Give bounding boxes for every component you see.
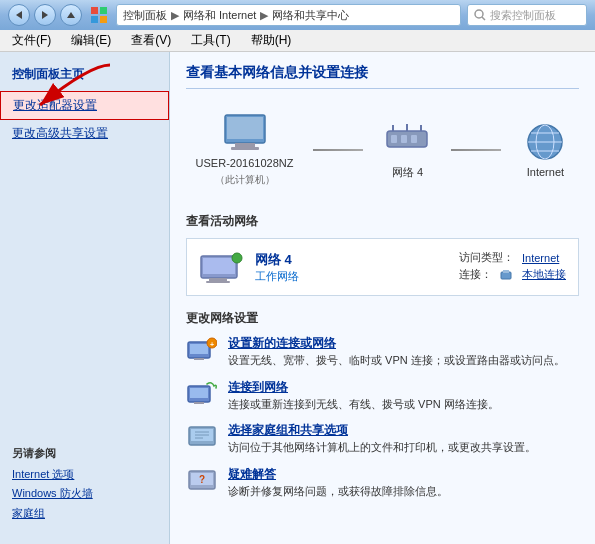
- access-value: Internet: [522, 252, 559, 264]
- router-icon: [383, 121, 431, 161]
- connection-row: 连接： 本地连接: [459, 267, 566, 282]
- change-item-4-icon: ?: [186, 466, 218, 494]
- sidebar-home-link[interactable]: 控制面板主页: [0, 62, 169, 91]
- sidebar: 控制面板主页 更改适配器设置 更改高级共享设置 另请参阅 Internet 选项…: [0, 52, 170, 544]
- menu-file[interactable]: 文件(F): [8, 30, 55, 51]
- svg-rect-4: [100, 7, 107, 14]
- menu-view[interactable]: 查看(V): [127, 30, 175, 51]
- menu-bar: 文件(F) 编辑(E) 查看(V) 工具(T) 帮助(H): [0, 30, 595, 52]
- net-line-2: [451, 149, 501, 151]
- change-item-4-title[interactable]: 疑难解答: [228, 466, 448, 483]
- change-item-3-desc: 访问位于其他网络计算机上的文件和打印机，或更改共享设置。: [228, 439, 536, 456]
- active-network-panel: 网络 4 工作网络 访问类型： Internet 连接： 本地连接: [186, 238, 579, 296]
- svg-rect-10: [227, 117, 263, 139]
- change-item-3: 选择家庭组和共享选项 访问位于其他网络计算机上的文件和打印机，或更改共享设置。: [186, 422, 579, 456]
- change-item-3-content: 选择家庭组和共享选项 访问位于其他网络计算机上的文件和打印机，或更改共享设置。: [228, 422, 536, 456]
- connection-label: 连接：: [459, 267, 492, 282]
- svg-rect-6: [100, 16, 107, 23]
- search-box[interactable]: 搜索控制面板: [467, 4, 587, 26]
- change-item-4-desc: 诊断并修复网络问题，或获得故障排除信息。: [228, 483, 448, 500]
- change-item-1-content: 设置新的连接或网络 设置无线、宽带、拨号、临时或 VPN 连接；或设置路由器或访…: [228, 335, 565, 369]
- change-item-2-desc: 连接或重新连接到无线、有线、拨号或 VPN 网络连接。: [228, 396, 499, 413]
- svg-point-7: [475, 10, 483, 18]
- active-section-title: 查看活动网络: [186, 213, 579, 230]
- svg-rect-26: [203, 258, 235, 274]
- net-line-1: [313, 149, 363, 151]
- connection-value[interactable]: 本地连接: [522, 267, 566, 282]
- svg-rect-11: [235, 143, 255, 147]
- address-bar[interactable]: 控制面板 ▶ 网络和 Internet ▶ 网络和共享中心: [116, 4, 461, 26]
- network-diagram: USER-20161028NZ （此计算机）: [186, 103, 579, 197]
- svg-rect-16: [411, 135, 417, 143]
- change-item-1-desc: 设置无线、宽带、拨号、临时或 VPN 连接；或设置路由器或访问点。: [228, 352, 565, 369]
- node-router-label: 网络 4: [392, 165, 423, 180]
- change-section-title: 更改网络设置: [186, 310, 579, 327]
- change-item-2-icon: [186, 379, 218, 407]
- svg-marker-0: [16, 11, 22, 19]
- svg-rect-15: [401, 135, 407, 143]
- sidebar-also-internet[interactable]: Internet 选项: [12, 465, 157, 485]
- active-net-status: 访问类型： Internet 连接： 本地连接: [459, 250, 566, 284]
- path-part-3: 网络和共享中心: [272, 8, 349, 23]
- change-item-3-title[interactable]: 选择家庭组和共享选项: [228, 422, 536, 439]
- change-item-1: + 设置新的连接或网络 设置无线、宽带、拨号、临时或 VPN 连接；或设置路由器…: [186, 335, 579, 369]
- active-net-info: 网络 4 工作网络: [255, 251, 447, 284]
- content-area: 查看基本网络信息并设置连接 USER-20161028NZ （此计算机）: [170, 52, 595, 544]
- svg-rect-38: [190, 388, 208, 398]
- search-placeholder: 搜索控制面板: [490, 8, 556, 23]
- svg-line-8: [482, 17, 485, 20]
- change-item-4-content: 疑难解答 诊断并修复网络问题，或获得故障排除信息。: [228, 466, 448, 500]
- access-type-row: 访问类型： Internet: [459, 250, 566, 265]
- node-computer-label: USER-20161028NZ: [196, 157, 294, 169]
- svg-rect-3: [91, 7, 98, 14]
- up-button[interactable]: [60, 4, 82, 26]
- connection-icon: [500, 268, 514, 282]
- svg-rect-31: [503, 270, 509, 273]
- node-computer-sublabel: （此计算机）: [215, 173, 275, 187]
- back-button[interactable]: [8, 4, 30, 26]
- change-item-2-title[interactable]: 连接到网络: [228, 379, 499, 396]
- change-item-2: 连接到网络 连接或重新连接到无线、有线、拨号或 VPN 网络连接。: [186, 379, 579, 413]
- path-part-1: 控制面板: [123, 8, 167, 23]
- forward-button[interactable]: [34, 4, 56, 26]
- svg-rect-30: [501, 272, 511, 279]
- svg-rect-33: [190, 344, 208, 354]
- main-layout: 控制面板主页 更改适配器设置 更改高级共享设置 另请参阅 Internet 选项…: [0, 52, 595, 544]
- svg-point-29: [232, 253, 242, 263]
- node-internet: Internet: [521, 122, 569, 178]
- change-item-1-title[interactable]: 设置新的连接或网络: [228, 335, 565, 352]
- menu-tools[interactable]: 工具(T): [187, 30, 234, 51]
- sidebar-also-firewall[interactable]: Windows 防火墙: [12, 484, 157, 504]
- sidebar-also-title: 另请参阅: [12, 446, 157, 461]
- sidebar-link-adapter[interactable]: 更改适配器设置: [0, 91, 169, 120]
- windows-icon: [90, 6, 108, 24]
- sidebar-link-advanced[interactable]: 更改高级共享设置: [0, 120, 169, 147]
- sidebar-also-homegroup[interactable]: 家庭组: [12, 504, 157, 524]
- internet-icon: [521, 122, 569, 162]
- nav-buttons: [8, 4, 82, 26]
- active-net-icon: [199, 247, 243, 287]
- svg-rect-14: [391, 135, 397, 143]
- path-part-2: 网络和 Internet: [183, 8, 256, 23]
- svg-marker-1: [42, 11, 48, 19]
- svg-marker-2: [67, 12, 75, 18]
- svg-text:?: ?: [199, 474, 205, 485]
- svg-rect-34: [194, 358, 204, 360]
- computer-icon: [221, 113, 269, 153]
- menu-help[interactable]: 帮助(H): [247, 30, 296, 51]
- content-title: 查看基本网络信息并设置连接: [186, 64, 579, 89]
- menu-edit[interactable]: 编辑(E): [67, 30, 115, 51]
- sidebar-also-section: 另请参阅 Internet 选项 Windows 防火墙 家庭组: [0, 436, 169, 534]
- title-bar: 控制面板 ▶ 网络和 Internet ▶ 网络和共享中心 搜索控制面板: [0, 0, 595, 30]
- active-net-name: 网络 4: [255, 251, 447, 269]
- access-label: 访问类型：: [459, 250, 514, 265]
- search-icon: [474, 9, 486, 21]
- svg-rect-27: [209, 278, 227, 281]
- svg-rect-28: [206, 281, 230, 283]
- node-router: 网络 4: [383, 121, 431, 180]
- svg-rect-5: [91, 16, 98, 23]
- svg-rect-39: [194, 402, 204, 404]
- node-internet-label: Internet: [527, 166, 564, 178]
- active-net-type: 工作网络: [255, 269, 447, 284]
- svg-text:+: +: [210, 341, 214, 348]
